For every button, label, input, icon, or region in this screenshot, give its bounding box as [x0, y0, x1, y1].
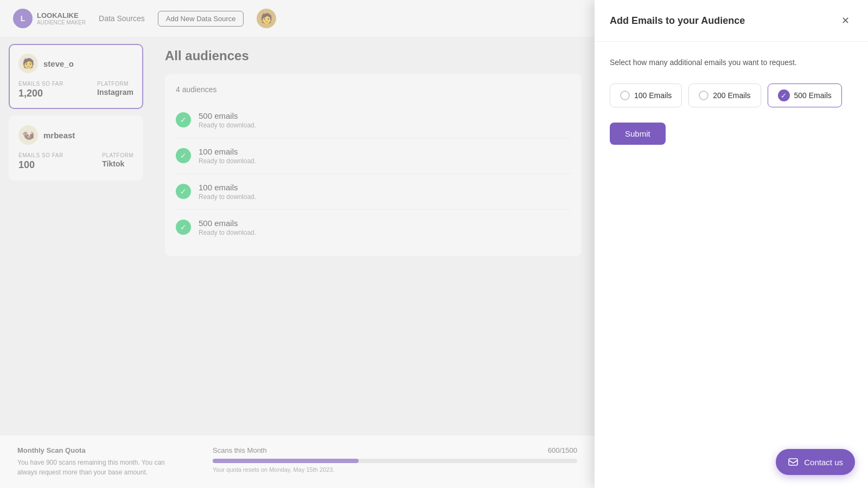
audience-title-4: 500 emails [199, 219, 256, 228]
main-background: L LOOKALIKE AUDIENCE MAKER Data Sources … [0, 0, 595, 488]
mrbeast-emails-label: EMAILS SO FAR [18, 152, 63, 158]
right-panel: Add Emails to your Audience ✕ Select how… [595, 0, 868, 488]
logo-text: LOOKALIKE [37, 11, 86, 20]
close-button[interactable]: ✕ [838, 13, 853, 28]
audience-item-1: ✓ 500 emails Ready to download. [176, 102, 571, 138]
check-500: ✓ [778, 89, 790, 101]
steveo-emails: 1,200 [18, 88, 63, 99]
mrbeast-name: mrbeast [43, 131, 75, 140]
steveo-name: steve_o [43, 59, 74, 68]
emails-so-far-label: EMAILS SO FAR [18, 81, 63, 87]
quota-section: Monthly Scan Quota You have 900 scans re… [17, 446, 180, 477]
sidebar-card-steveo[interactable]: 🧑 steve_o EMAILS SO FAR 1,200 PLATFORM I… [9, 44, 143, 109]
user-avatar: 🧑 [257, 9, 276, 28]
panel-description: Select how many additional emails you wa… [610, 57, 853, 68]
main-content: All audiences 4 audiences ✓ 500 emails R… [152, 35, 595, 488]
audience-sub-1: Ready to download. [199, 121, 256, 129]
audience-title-3: 100 emails [199, 183, 256, 192]
steveo-platform: Instagram [97, 88, 133, 97]
mrbeast-emails: 100 [18, 159, 63, 171]
audience-sub-2: Ready to download. [199, 157, 256, 165]
radio-100 [620, 91, 630, 100]
check-icon-2: ✓ [176, 148, 191, 163]
option-100-emails[interactable]: 100 Emails [610, 84, 682, 107]
check-icon-3: ✓ [176, 184, 191, 199]
mrbeast-avatar: 🦦 [18, 125, 38, 145]
logo-sub: AUDIENCE MAKER [37, 20, 86, 25]
add-new-data-source-button[interactable]: Add New Data Source [158, 11, 244, 27]
check-icon-4: ✓ [176, 220, 191, 235]
logo-icon: L [13, 9, 33, 28]
steveo-avatar: 🧑 [18, 54, 38, 73]
audience-sub-3: Ready to download. [199, 193, 256, 201]
quota-reset-text: Your quota resets on Monday, May 15th 20… [213, 466, 577, 473]
audiences-count: 4 audiences [176, 85, 571, 94]
audience-sub-4: Ready to download. [199, 229, 256, 236]
option-500-emails[interactable]: ✓ 500 Emails [768, 84, 842, 107]
option-200-label: 200 Emails [713, 91, 750, 100]
logo: L LOOKALIKE AUDIENCE MAKER [13, 9, 86, 28]
scans-label: Scans this Month [213, 446, 267, 454]
audience-title-2: 100 emails [199, 147, 256, 156]
audience-item-2: ✓ 100 emails Ready to download. [176, 138, 571, 174]
audience-item-4: ✓ 500 emails Ready to download. [176, 210, 571, 245]
submit-button[interactable]: Submit [610, 123, 666, 145]
quota-title: Monthly Scan Quota [17, 446, 180, 454]
top-nav: L LOOKALIKE AUDIENCE MAKER Data Sources … [0, 0, 595, 37]
audience-title-1: 500 emails [199, 111, 256, 120]
progress-section: Scans this Month 600/1500 Your quota res… [213, 446, 577, 473]
mrbeast-platform-label: PLATFORM [102, 152, 133, 158]
email-options: 100 Emails 200 Emails ✓ 500 Emails [610, 84, 853, 107]
contact-us-label: Contact us [804, 458, 843, 467]
option-100-label: 100 Emails [634, 91, 672, 100]
progress-bar-background [213, 459, 577, 463]
panel-body: Select how many additional emails you wa… [595, 42, 868, 160]
option-500-label: 500 Emails [794, 91, 832, 100]
nav-data-sources: Data Sources [99, 14, 145, 23]
contact-us-button[interactable]: Contact us [776, 449, 855, 475]
page-title: All audiences [165, 48, 582, 63]
radio-200 [699, 91, 709, 100]
mrbeast-platform: Tiktok [102, 159, 133, 168]
check-icon-1: ✓ [176, 112, 191, 127]
panel-title: Add Emails to your Audience [610, 15, 745, 27]
sidebar: 🧑 steve_o EMAILS SO FAR 1,200 PLATFORM I… [0, 35, 152, 488]
scans-count: 600/1500 [548, 446, 577, 454]
option-200-emails[interactable]: 200 Emails [688, 84, 761, 107]
panel-header: Add Emails to your Audience ✕ [595, 0, 868, 42]
progress-bar-fill [213, 459, 359, 463]
platform-label: PLATFORM [97, 81, 133, 87]
svg-rect-0 [789, 459, 797, 465]
audiences-card: 4 audiences ✓ 500 emails Ready to downlo… [165, 74, 582, 256]
audience-item-3: ✓ 100 emails Ready to download. [176, 174, 571, 210]
sidebar-card-mrbeast[interactable]: 🦦 mrbeast EMAILS SO FAR 100 PLATFORM Tik… [9, 115, 143, 181]
footer-bar: Monthly Scan Quota You have 900 scans re… [0, 435, 595, 488]
mail-icon [788, 457, 799, 467]
quota-desc: You have 900 scans remaining this month.… [17, 458, 180, 477]
